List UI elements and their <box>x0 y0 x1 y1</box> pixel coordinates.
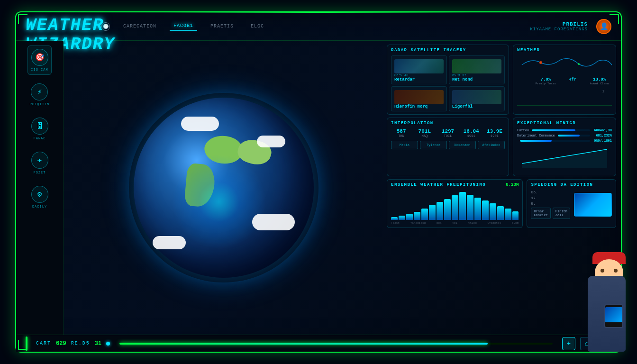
profile-section: PRBILIS KIYAAME FORECATINGS 👤 <box>530 19 611 34</box>
bar-14 <box>497 206 504 220</box>
speeding-lbl-2: 5. <box>531 201 536 206</box>
speeding-title: SPEEDING DA EDITION <box>531 182 612 187</box>
ensemble-panel: ENSEMBLE WEATHER FREEPITUNING 8.23M <box>387 179 523 228</box>
eye-right <box>614 269 618 273</box>
tab-carecation[interactable]: CARECATION <box>119 22 160 31</box>
speeding-row-1: 17 <box>531 196 570 200</box>
radar-card-grid: 06:5.48 Retardar 65:3.37 Net nond <box>391 55 505 111</box>
tab-elgc[interactable]: ELGC <box>247 22 268 31</box>
bar-4 <box>421 209 428 220</box>
storm-spiral <box>172 155 266 249</box>
radar-card-3[interactable]: Hierofin morq <box>391 86 447 111</box>
bar-16 <box>512 211 519 220</box>
radar-card-1[interactable]: 06:5.48 Retardar <box>391 55 447 84</box>
sidebar-item-lightning[interactable]: ⚡ POIQTTIN <box>27 81 53 109</box>
globe <box>134 98 314 278</box>
radar-panel-title: RADAR SATELLITE IMAGERY <box>391 48 505 53</box>
speeding-btn-1[interactable]: Ornar Conkier <box>531 208 550 219</box>
bar-5 <box>429 205 436 220</box>
stat-val-3: 16.04 <box>461 128 482 134</box>
exceptional-val-0: 600461,38 <box>593 128 612 132</box>
bottom-label-2: RE.D5 <box>71 341 90 346</box>
stat-val-0: 587 <box>391 128 411 134</box>
bar-9 <box>459 192 466 220</box>
speeding-lbl-1: 17 <box>531 196 536 200</box>
weather-panel: WEATHER 2 7.0% Premly Toaas <box>513 45 616 115</box>
weather-col-3: 13.0% Aduot Clann <box>587 77 612 106</box>
speeding-content: 86. 17 5. Ornar Conkier Finith Zoil <box>531 190 612 219</box>
stat-val-4: 13.9E <box>484 128 505 134</box>
x-label-2: oda <box>437 221 442 225</box>
corner-tr <box>610 14 619 24</box>
radar-card-2[interactable]: 65:3.37 Net nond <box>449 55 505 84</box>
x-label-4: thlog <box>468 221 477 225</box>
app-title-line1: WEATHER <box>26 16 115 35</box>
radar-card-1-value: 06:5.48 <box>394 73 444 77</box>
progress-fill <box>119 343 488 345</box>
interp-stat-1: 701L MAQ <box>414 128 435 138</box>
exceptional-title: EXCEPTIONAL MINIGR <box>517 121 612 126</box>
bar-8 <box>452 195 458 220</box>
sidebar-item-navigate[interactable]: ✈ PSZET <box>28 149 51 177</box>
navigate-label: PSZET <box>33 171 46 174</box>
speeding-panel: SPEEDING DA EDITION 86. 17 5. <box>527 179 616 228</box>
weather-col-2: 4fr <box>560 77 585 106</box>
weather-map-placeholder <box>517 55 612 75</box>
main-frame: WEATHER WIZARDRY 🕐 CARECATION FACOB1 PRA… <box>15 11 622 353</box>
x-label-0: Toast <box>391 221 400 225</box>
exceptional-lbl-0: Fottoo <box>517 128 529 132</box>
speeding-row-0: 86. <box>531 190 570 194</box>
radar-card-4[interactable]: Eigorfbl <box>449 86 505 111</box>
tab-praetis[interactable]: PRAETIS <box>207 22 237 31</box>
exceptional-row-1: Doteriment Commence 681,232% <box>517 134 612 137</box>
speeding-lbl-0: 86. <box>531 190 537 194</box>
eye-left <box>601 269 604 273</box>
cloud-3 <box>252 214 295 230</box>
ensemble-chart <box>391 189 519 220</box>
bar-3 <box>414 212 420 220</box>
bottom-bar: CART 629 RE.D5 31 + ⌂ ↺ <box>16 335 621 352</box>
panels-row-3: ENSEMBLE WEATHER FREEPITUNING 8.23M <box>387 179 616 228</box>
interp-btn-ndxanaon[interactable]: Ndxanaon <box>449 141 476 149</box>
sidebar-item-daily[interactable]: ⚙ DACILY <box>28 183 51 211</box>
exceptional-row-0: Fottoo 600461,38 <box>517 128 612 132</box>
radar-label: FANAC <box>33 136 46 140</box>
nav-tabs: 🕐 CARECATION FACOB1 PRAETIS ELGC <box>101 21 268 31</box>
radar-card-3-label: Hierofin morq <box>394 104 444 109</box>
profile-info: PRBILIS KIYAAME FORECATINGS <box>530 21 588 32</box>
char-tablet <box>604 304 623 328</box>
tab-facob[interactable]: FACOB1 <box>170 21 197 31</box>
cam-label: IIS CÅM <box>31 68 48 72</box>
radar-img-2 <box>452 59 501 73</box>
exceptional-row-2: 0%9/,180l <box>517 139 612 143</box>
exceptional-panel: EXCEPTIONAL MINIGR Fottoo 600461,38 Dote… <box>513 118 616 176</box>
speeding-btn-2[interactable]: Finith Zoil <box>553 208 570 219</box>
bar-6 <box>437 202 443 220</box>
radar-card-2-value: 65:3.37 <box>452 73 501 77</box>
radar-icon: 🎛 <box>31 118 48 135</box>
bar-13 <box>490 203 496 220</box>
interp-btn-tylenoe[interactable]: Tylenoe <box>420 141 447 149</box>
exceptional-bar-0 <box>532 129 590 131</box>
interp-title: INTERPOLATION <box>391 121 505 126</box>
bar-10 <box>467 195 473 220</box>
radar-img-4 <box>452 90 501 104</box>
interp-btn-media[interactable]: Media <box>391 141 418 149</box>
weather-col-1: 7.0% Premly Toaas <box>533 77 558 106</box>
char-body <box>588 276 626 352</box>
radar-panel: RADAR SATELLITE IMAGERY 06:5.48 Retardar <box>387 45 509 115</box>
panels-row-1: RADAR SATELLITE IMAGERY 06:5.48 Retardar <box>387 45 616 115</box>
stat-val-2: 1297 <box>437 128 458 134</box>
stat-lbl-0: THN <box>391 134 411 138</box>
interp-stat-4: 13.9E 1901 <box>484 128 505 138</box>
interp-btn-afetiudoo[interactable]: Afetiudoo <box>478 141 505 149</box>
stat-lbl-1: MAQ <box>414 134 435 138</box>
stat-lbl-3: 1991 <box>461 134 482 138</box>
sidebar-item-radar[interactable]: 🎛 FANAC <box>28 115 51 143</box>
lightning-icon: ⚡ <box>31 83 48 100</box>
bar-0 <box>391 217 398 220</box>
interp-stat-3: 16.04 1991 <box>461 128 482 138</box>
sidebar-item-cam[interactable]: 🎯 IIS CÅM <box>27 46 51 75</box>
x-label-1: Yanagitsu <box>410 221 426 225</box>
profile-subtitle: KIYAAME FORECATINGS <box>530 27 588 32</box>
